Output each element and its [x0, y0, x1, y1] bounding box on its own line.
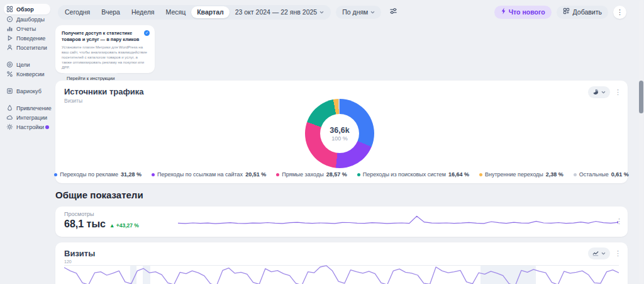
page-scrollbar-track[interactable] [639, 0, 643, 284]
legend-label: Остальные [579, 171, 609, 178]
visits-menu-button[interactable]: ⋮ [614, 247, 621, 259]
sidebar-item-label: Привлечение [16, 105, 52, 111]
gear-icon [6, 123, 13, 130]
legend-label: Прямые заходы [282, 171, 323, 178]
legend-item-direct[interactable]: Прямые заходы 28,57 % [276, 171, 347, 178]
sidebar-item-label: Конверсии [16, 71, 44, 77]
person-icon [6, 44, 13, 51]
sidebar: Обзор Дашборды Отчеты Поведение Посетите… [0, 0, 53, 284]
traffic-card-subtitle: Визиты [64, 98, 82, 104]
chart-type-button[interactable] [588, 86, 610, 98]
visits-chart-type-button[interactable] [588, 247, 610, 259]
sidebar-item-label: Обзор [16, 6, 34, 13]
donut-total-value: 36,6k [330, 126, 349, 135]
sidebar-item-visitors[interactable]: Посетители [4, 43, 50, 52]
legend-percent: 28,57 % [326, 171, 347, 178]
lightning-icon [501, 6, 506, 19]
sidebar-item-label: Вариокуб [16, 88, 42, 94]
views-value: 68,1 тыс [64, 219, 106, 230]
sidebar-item-integrations[interactable]: Интеграции [4, 113, 50, 122]
views-delta: ▲ +43,27 % [109, 222, 139, 229]
traffic-card-title: Источники трафика [64, 87, 144, 96]
chevron-down-icon [319, 11, 324, 14]
sidebar-item-overview[interactable]: Обзор [4, 4, 50, 14]
sidebar-item-variocube[interactable]: Вариокуб [4, 86, 50, 96]
gauge-icon [6, 16, 13, 23]
add-button[interactable]: Добавить [557, 6, 608, 19]
legend-item-search[interactable]: Переходы из поисковых систем 16,64 % [357, 171, 469, 178]
widgets-icon [563, 6, 570, 19]
pie-chart-icon [592, 88, 599, 97]
period-tab-label: Сегодня [65, 6, 90, 18]
sidebar-item-label: Поведение [16, 35, 45, 42]
filters-button[interactable] [386, 5, 400, 19]
sidebar-item-behavior[interactable]: Поведение [4, 33, 50, 43]
promo-title: Получите доступ к статистике товаров и у… [62, 30, 148, 43]
legend-dot [574, 173, 577, 176]
verified-check-icon: ✓ [144, 30, 150, 36]
overview-section-title: Общие показатели [55, 190, 143, 200]
toolbar-menu-button[interactable]: ⋮ [613, 6, 626, 19]
period-tab-label: Месяц [166, 6, 186, 18]
sidebar-item-reports[interactable]: Отчеты [4, 24, 50, 33]
legend-percent: 16,64 % [448, 171, 469, 178]
period-selector: Сегодня Вчера Неделя Месяц Квартал 23 ок… [58, 5, 331, 20]
flame-icon [6, 105, 13, 111]
visits-card-title: Визиты [64, 249, 95, 258]
whats-new-button[interactable]: Что нового [494, 6, 552, 19]
visits-line-path [64, 266, 619, 284]
legend-dot [54, 173, 57, 176]
sidebar-item-settings[interactable]: Настройки [4, 122, 50, 132]
traffic-menu-button[interactable]: ⋮ [614, 86, 621, 98]
views-sparkline [178, 215, 618, 229]
views-menu-button[interactable]: ⋮ [616, 215, 623, 227]
period-tab-today[interactable]: Сегодня [59, 6, 96, 18]
cloud-icon [6, 114, 13, 121]
percent-icon [6, 71, 13, 77]
granularity-select[interactable]: По дням [336, 6, 381, 19]
legend-label: Переходы из поисковых систем [363, 171, 446, 178]
visits-card: Визиты ⋮ 120 [55, 242, 628, 284]
page-scrollbar-thumb[interactable] [639, 81, 643, 113]
whats-new-label: Что нового [509, 6, 545, 19]
date-range-picker[interactable]: 23 окт 2024 — 22 янв 2025 [230, 6, 330, 18]
traffic-pie[interactable]: 36,6k 100 % [305, 99, 374, 168]
period-tab-label: Неделя [131, 6, 155, 18]
sidebar-item-conversions[interactable]: Конверсии [4, 69, 50, 79]
chevron-down-icon [601, 252, 606, 255]
legend-label: Внутренние переходы [485, 171, 543, 178]
period-tab-label: Квартал [197, 6, 224, 18]
legend-item-ads[interactable]: Переходы по рекламе 31,28 % [54, 171, 142, 178]
legend-item-others[interactable]: Остальные 0,61 % [574, 171, 629, 178]
legend-percent: 20,51 % [245, 171, 266, 178]
legend-item-internal[interactable]: Внутренние переходы 2,38 % [479, 171, 564, 178]
legend-dot [276, 173, 279, 176]
period-tab-quarter[interactable]: Квартал [191, 6, 230, 18]
visits-chart[interactable] [64, 264, 619, 284]
views-label: Просмотры [64, 211, 94, 217]
sidebar-item-dashboards[interactable]: Дашборды [4, 14, 50, 24]
period-tab-month[interactable]: Месяц [160, 6, 192, 18]
period-tab-week[interactable]: Неделя [126, 6, 160, 18]
cube-icon [6, 88, 13, 94]
legend-item-site-links[interactable]: Переходы по ссылкам на сайтах 20,51 % [152, 171, 266, 178]
toolbar: Сегодня Вчера Неделя Месяц Квартал 23 ок… [58, 4, 626, 20]
legend-percent: 0,61 % [611, 171, 629, 178]
settings-notification-dot [45, 125, 49, 129]
date-range-label: 23 окт 2024 — 22 янв 2025 [235, 6, 318, 18]
sidebar-item-label: Цели [16, 62, 30, 68]
promo-body: Установите плагин Метрики для WordPress … [62, 45, 148, 70]
grid-icon [6, 6, 13, 13]
sidebar-item-label: Отчеты [16, 26, 36, 32]
line-chart-icon [592, 249, 599, 258]
views-sparkline-path [178, 216, 618, 224]
add-label: Добавить [573, 6, 602, 19]
legend-dot [357, 173, 360, 176]
sliders-icon [389, 7, 397, 17]
legend-dot [152, 173, 155, 176]
visits-y-tick: 120 [64, 259, 72, 264]
sidebar-item-goals[interactable]: Цели [4, 60, 50, 69]
bar-chart-icon [6, 25, 13, 32]
period-tab-yesterday[interactable]: Вчера [96, 6, 126, 18]
sidebar-item-acquisition[interactable]: Привлечение [4, 103, 50, 113]
